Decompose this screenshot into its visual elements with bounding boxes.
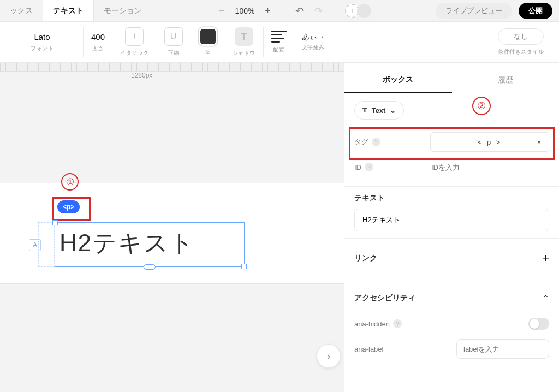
conditional-style-label: 条件付きスタイル — [498, 48, 544, 56]
separator — [335, 5, 335, 17]
chevron-down-icon: ⌄ — [390, 106, 396, 115]
shadow-toggle[interactable]: T シャドウ — [225, 27, 263, 57]
ruler-breakpoint-label: 1280px — [131, 72, 152, 79]
tab-motion[interactable]: モーション — [94, 0, 152, 21]
id-label: ID ? — [354, 163, 373, 171]
color-label: 色 — [205, 49, 211, 57]
aria-label-row: aria-label — [354, 336, 549, 361]
tab-text[interactable]: テキスト — [43, 0, 94, 21]
zoom-control: − 100% + — [217, 5, 273, 16]
id-input[interactable] — [430, 157, 549, 177]
tag-select[interactable]: < p > ▾ — [430, 132, 549, 152]
underline-label: 下線 — [168, 49, 179, 57]
mojikumi-selector[interactable]: あぃ→ 文字組み — [294, 33, 332, 51]
a11y-section-header[interactable]: アクセシビリティ ⌃ — [354, 285, 549, 311]
ruler-horizontal — [0, 63, 344, 72]
mojikumi-icon: あぃ→ — [302, 33, 325, 40]
canvas-workspace[interactable]: 1280px ① <p> A H2テキスト › — [0, 63, 344, 392]
underline-toggle[interactable]: U 下線 — [157, 27, 191, 57]
zoom-value[interactable]: 100% — [235, 7, 255, 15]
inspector-tab-box[interactable]: ボックス — [344, 67, 452, 93]
topbar-primary: ックス テキスト モーション − 100% + ↶ ↷ + ライブプレビュー 公… — [0, 0, 559, 22]
undo-button[interactable]: ↶ — [293, 5, 306, 17]
link-section-header[interactable]: リンク + — [354, 245, 549, 271]
align-selector[interactable]: 配置 — [264, 31, 294, 54]
live-preview-button[interactable]: ライブプレビュー — [436, 3, 512, 19]
text-content-input[interactable] — [354, 209, 549, 231]
selected-text-element[interactable]: H2テキスト — [55, 222, 245, 267]
aria-hidden-row: aria-hidden ? — [354, 311, 549, 336]
text-toolbar: Lato フォント 400 太さ I イタリック U 下線 色 T シャドウ 配… — [0, 22, 559, 63]
divider — [344, 278, 559, 278]
weight-label: 太さ — [92, 45, 104, 52]
conditional-style[interactable]: なし 条件付きスタイル — [490, 28, 558, 56]
annotation-circle-2: ② — [472, 97, 491, 115]
conditional-style-value: なし — [498, 28, 544, 45]
editor-tabs: ックス テキスト モーション — [0, 0, 152, 21]
shadow-icon: T — [235, 27, 253, 46]
element-type-selector[interactable]: T Text ⌄ — [354, 101, 404, 120]
color-picker[interactable]: 色 — [191, 27, 225, 57]
panel-expand-button[interactable]: › — [317, 344, 341, 368]
top-right-actions: ライブプレビュー 公開 — [436, 0, 559, 21]
publish-button[interactable]: 公開 — [519, 3, 552, 19]
inspector-panel: ボックス 履歴 ② T Text ⌄ タグ ? < p > ▾ ID ? — [344, 63, 559, 392]
separator — [283, 5, 283, 17]
text-element-icon[interactable]: A — [29, 239, 41, 251]
element-tag-badge[interactable]: <p> — [57, 200, 80, 213]
redo-button[interactable]: ↷ — [312, 5, 325, 17]
link-section-title: リンク — [354, 253, 377, 263]
tag-select-value: < p > — [478, 138, 502, 146]
aria-label-label: aria-label — [354, 345, 383, 353]
aria-label-input[interactable] — [456, 339, 549, 359]
zoom-in-button[interactable]: + — [262, 5, 273, 16]
chevron-up-icon: ⌃ — [543, 294, 549, 302]
help-icon[interactable]: ? — [365, 163, 373, 171]
divider — [344, 186, 559, 187]
align-label: 配置 — [273, 46, 284, 54]
text-type-icon: T — [362, 106, 367, 115]
text-section-title: テキスト — [354, 193, 549, 203]
inspector-tab-history[interactable]: 履歴 — [452, 67, 560, 93]
collaborators: + — [345, 4, 371, 18]
tab-box[interactable]: ックス — [0, 0, 43, 21]
annotation-circle-1: ① — [61, 173, 79, 191]
inspector-tabs: ボックス 履歴 — [344, 67, 559, 93]
aria-hidden-toggle[interactable] — [528, 318, 549, 330]
font-selector[interactable]: Lato フォント — [1, 32, 83, 52]
underline-icon: U — [164, 27, 183, 46]
weight-selector[interactable]: 400 太さ — [84, 32, 112, 52]
color-swatch-icon — [199, 27, 217, 46]
element-type-label: Text — [372, 106, 386, 115]
canvas-guide-line — [0, 188, 344, 188]
zoom-out-button[interactable]: − — [217, 5, 228, 16]
divider — [344, 238, 559, 239]
font-value: Lato — [34, 32, 50, 41]
italic-label: イタリック — [120, 49, 149, 57]
aria-hidden-label: aria-hidden ? — [354, 319, 402, 328]
chevron-down-icon: ▾ — [538, 139, 542, 145]
a11y-section-title: アクセシビリティ — [354, 293, 415, 303]
shadow-label: シャドウ — [233, 49, 255, 57]
avatar[interactable] — [357, 4, 371, 18]
weight-value: 400 — [91, 32, 105, 41]
mojikumi-label: 文字組み — [302, 44, 325, 51]
font-label: フォント — [31, 45, 53, 52]
resize-handle-bottom[interactable] — [144, 264, 156, 270]
top-center-controls: − 100% + ↶ ↷ + — [152, 0, 436, 21]
add-link-icon[interactable]: + — [542, 251, 549, 265]
help-icon[interactable]: ? — [393, 319, 402, 328]
canvas-text-content: H2テキスト — [55, 223, 244, 259]
align-left-icon — [271, 31, 287, 43]
italic-toggle[interactable]: I イタリック — [112, 27, 157, 57]
italic-icon: I — [125, 27, 144, 46]
